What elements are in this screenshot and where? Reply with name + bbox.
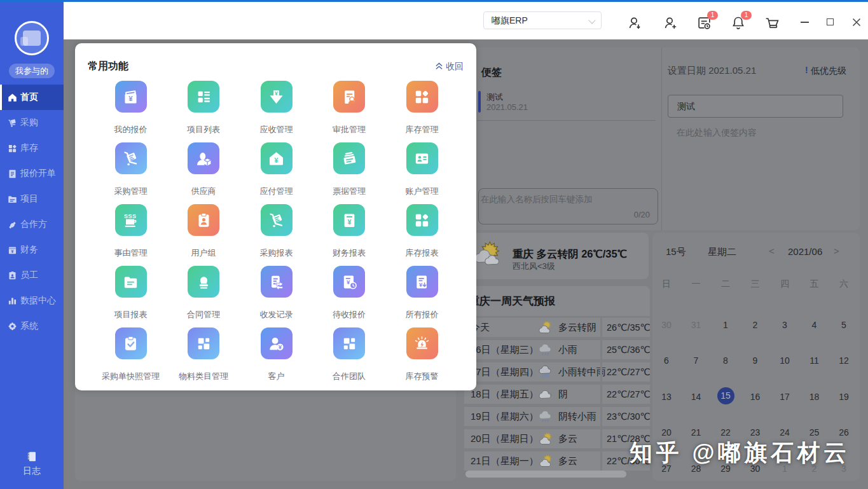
svg-text:¥: ¥	[275, 90, 278, 97]
svg-text:¥: ¥	[419, 280, 423, 287]
svg-text:SSS: SSS	[124, 213, 136, 219]
svg-text:¥: ¥	[128, 95, 133, 102]
svg-text:¥: ¥	[279, 343, 282, 350]
svg-text:¥: ¥	[275, 156, 279, 163]
svg-text:¥: ¥	[11, 249, 14, 253]
svg-text:¥: ¥	[347, 217, 351, 225]
